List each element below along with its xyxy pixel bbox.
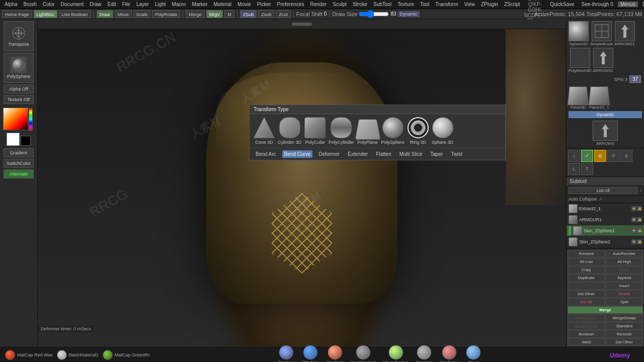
menu-zscript[interactable]: ZScript [502, 2, 523, 7]
move-btn[interactable]: Move [115, 10, 132, 18]
menu-stroke[interactable]: Stroke [350, 2, 370, 7]
opt-twist[interactable]: Twist [449, 150, 464, 158]
menu-movie[interactable]: Movie [235, 2, 254, 7]
menu-file[interactable]: File [120, 2, 133, 7]
bottom-tool-move[interactable]: Move [466, 345, 480, 363]
seethrough-btn[interactable]: See-through 0 [579, 2, 616, 7]
delother-btn[interactable]: Del Other [568, 290, 605, 298]
opt-multislice[interactable]: Multi Slice [397, 150, 425, 158]
shape-polyplane[interactable]: PolyPlane [357, 117, 378, 145]
linefill-btn[interactable]: L [568, 163, 580, 175]
mergedown-btn[interactable]: MergeDown [568, 314, 605, 322]
menu-zplugin[interactable]: ZPlugin [478, 2, 501, 7]
canvas-handle[interactable] [292, 23, 312, 26]
delall-btn[interactable]: Del All [568, 298, 605, 306]
material-redwax[interactable]: MatCap Red Wax [5, 350, 53, 360]
duplicate-btn[interactable]: Duplicate [568, 274, 605, 282]
opt-bend-arc[interactable]: Bend Arc [254, 150, 278, 158]
eye4-icon[interactable]: 👁 [631, 239, 636, 244]
opt-taper[interactable]: Taper [428, 150, 445, 158]
m-btn[interactable]: M [224, 10, 234, 18]
eye2-icon[interactable]: 👁 [631, 217, 636, 222]
opt-flatten[interactable]: Flatten [374, 150, 393, 158]
menu-view[interactable]: View [462, 2, 478, 7]
append-btn[interactable]: Append [606, 274, 643, 282]
menu-tool[interactable]: Tool [418, 2, 432, 7]
bottom-tool-zmodeler[interactable]: ZModeler [302, 345, 319, 363]
zcut-btn[interactable]: Zcut [276, 10, 291, 18]
all-high-btn[interactable]: All High [606, 258, 643, 265]
liveboolean-btn[interactable]: Live Boolean [59, 10, 91, 18]
arrows-thumb[interactable]: ARROWS [569, 121, 642, 146]
menu-light[interactable]: Light [152, 2, 169, 7]
insert-btn[interactable]: Insert [606, 282, 643, 290]
delother2-btn[interactable]: Del Other [606, 338, 643, 346]
material-green[interactable]: MatCap GreenRc [103, 350, 150, 360]
plane3d1-thumb[interactable]: Plane3D_1 [589, 85, 609, 110]
opt-extender[interactable]: Extender [346, 150, 370, 158]
menu-render[interactable]: Render [308, 2, 330, 7]
gizmo-btn[interactable]: G [594, 150, 606, 162]
merge-btn[interactable]: Merge [186, 10, 205, 18]
homepage-btn[interactable]: Home Page [2, 10, 32, 18]
polysphere-tool[interactable]: PolySphere [4, 53, 34, 83]
spix-number[interactable]: 37 [629, 75, 641, 83]
delete-btn[interactable]: Delete [606, 290, 643, 298]
shape-cylinder3d[interactable]: Cylinder 3D [278, 117, 301, 145]
menu-macro[interactable]: Macro [170, 2, 189, 7]
menu-texture[interactable]: Texture [395, 2, 417, 7]
texture-off-btn[interactable]: Texture Off [4, 95, 34, 104]
rotate-btn[interactable]: PolyRotate [152, 10, 180, 18]
eye3-icon[interactable]: 👁 [631, 228, 636, 233]
eye-icon[interactable]: 👁 [631, 206, 636, 211]
shape-polycube[interactable]: PolyCube [304, 117, 326, 145]
arrows1-thumb[interactable]: ARROWS1 [614, 21, 634, 46]
bottom-tool-claybuild[interactable]: ClayBuild [327, 345, 344, 363]
sphere3d-thumb[interactable]: Sphere3D [569, 21, 589, 46]
bottom-tool-movetopolog[interactable]: Move Topolog [383, 345, 409, 363]
menu-sculpt[interactable]: Sculpt [330, 2, 349, 7]
shape-ring3d[interactable]: Ring 3D [408, 117, 429, 145]
alternate-btn[interactable]: Alternate [4, 169, 34, 178]
arrows1b-thumb[interactable]: ARROWS1 [593, 48, 613, 73]
menu-marker[interactable]: Marker [189, 2, 210, 7]
shape-polycylinder[interactable]: PolyCylinder [329, 117, 354, 145]
lock4-icon[interactable]: 🔒 [637, 239, 642, 244]
solo-btn[interactable]: S [620, 150, 632, 162]
rotate-r-btn[interactable]: ↺ [607, 150, 619, 162]
transpose-tool[interactable]: Transpose [4, 21, 34, 51]
list-all-btn[interactable]: List All [569, 187, 637, 194]
menu-brush[interactable]: Brush [21, 2, 39, 7]
alpha-off-btn[interactable]: Alpha Off [4, 84, 34, 94]
plane3d-thumb[interactable]: Plane3D [569, 85, 588, 110]
hue-bar[interactable] [29, 108, 33, 131]
foreground-color[interactable] [7, 133, 20, 146]
paste-btn[interactable]: Paste [606, 266, 643, 274]
menu-color[interactable]: Color [40, 2, 57, 7]
zsub2-btn[interactable]: Zsub [258, 10, 274, 18]
standard-btn[interactable]: Standard [606, 322, 643, 330]
transp-btn[interactable]: T [581, 163, 593, 175]
rename-btn[interactable]: Rename [568, 250, 605, 257]
opt-deformer[interactable]: Deformer [316, 150, 342, 158]
subtool-skin-zsphere2[interactable]: Skin_ZSphere2 👁 🔒 [567, 236, 644, 247]
color-picker[interactable] [3, 108, 34, 130]
autoreorder-btn[interactable]: AutoReorder [606, 250, 643, 257]
menu-preferences[interactable]: Preferences [275, 2, 307, 7]
zsub-btn[interactable]: ZSub [240, 10, 257, 18]
menu-picker[interactable]: Picker [255, 2, 274, 7]
all-low-btn[interactable]: All Low [568, 258, 605, 265]
mergevisible-btn[interactable]: MergeVisible [568, 322, 605, 330]
lock2-icon[interactable]: 🔒 [637, 217, 642, 222]
menu-transform[interactable]: Transform [433, 2, 460, 7]
gradient-btn[interactable]: Gradient [4, 148, 34, 157]
bottom-tool-damstandard[interactable]: DamStandard [351, 345, 375, 363]
lock-icon[interactable]: 🔒 [637, 206, 642, 211]
menu-alpha[interactable]: Alpha [2, 2, 20, 7]
mergesimilar-btn[interactable]: MergeSimilar [606, 314, 643, 322]
menu-material[interactable]: Material [211, 2, 234, 7]
subtool-armour1[interactable]: ARMOUR1 👁 🔒 [567, 214, 644, 225]
draw-size-slider[interactable] [359, 12, 389, 17]
menu-draw[interactable]: Draw [87, 2, 104, 7]
scale-btn[interactable]: Scale [133, 10, 151, 18]
